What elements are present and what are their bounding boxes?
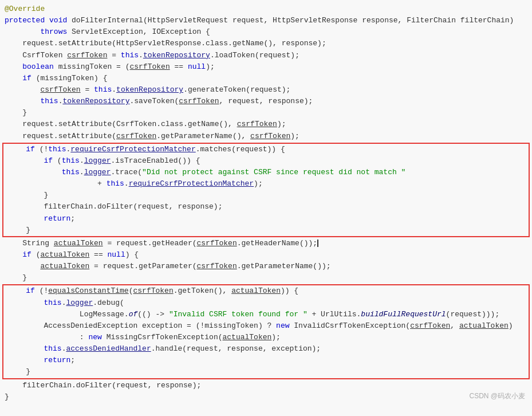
watermark: CSDN @码农小麦 (469, 391, 525, 402)
line-equals3: LogMessage.of(() -> "Invalid CSRF token … (3, 309, 529, 320)
line-1: request.setAttribute(HttpServletResponse… (0, 38, 532, 49)
line-equals8: } (3, 366, 529, 378)
line-if5: } (3, 190, 529, 201)
line-9: request.setAttribute(csrfToken.getParame… (0, 131, 532, 142)
line-3: boolean missingToken = (csrfToken == nul… (0, 61, 532, 73)
line-if7: return; (3, 213, 529, 225)
line-equals2: this.logger.debug( (3, 297, 529, 309)
line-6: this.tokenRepository.saveToken(csrfToken… (0, 96, 532, 107)
line-if-actual2: actualToken = request.getParameter(csrfT… (0, 261, 532, 272)
line-if1: if (!this.requireCsrfProtectionMatcher.m… (3, 144, 529, 155)
line-4: if (missingToken) { (0, 73, 532, 84)
line-if3: this.logger.trace("Did not protect again… (3, 167, 529, 178)
line-if-actual3: } (0, 272, 532, 284)
highlighted-block-2: if (!equalsConstantTime(csrfToken.getTok… (2, 284, 530, 379)
line-close: } (0, 391, 532, 403)
line-string: String actualToken = request.getHeader(c… (0, 238, 532, 249)
line-if4: + this.requireCsrfProtectionMatcher); (3, 178, 529, 190)
line-equals5: : new MissingCsrfTokenException(actualTo… (3, 332, 529, 343)
line-last: filterChain.doFilter(request, response); (0, 380, 532, 391)
code-container: @Override protected void doFilterInterna… (0, 0, 532, 406)
line-if8: } (3, 225, 529, 236)
line-8: request.setAttribute(CsrfToken.class.get… (0, 119, 532, 130)
line-equals1: if (!equalsConstantTime(csrfToken.getTok… (3, 285, 529, 297)
line-equals6: this.accessDeniedHandler.handle(request,… (3, 343, 529, 355)
line-if-actual1: if (actualToken == null) { (0, 249, 532, 261)
line-method-sig: protected void doFilterInternal(HttpServ… (0, 15, 532, 26)
highlighted-block-1: if (!this.requireCsrfProtectionMatcher.m… (2, 143, 530, 237)
line-throws: throws ServletException, IOException { (0, 26, 532, 38)
line-5: csrfToken = this.tokenRepository.generat… (0, 84, 532, 96)
line-7: } (0, 107, 532, 119)
line-equals7: return; (3, 355, 529, 366)
line-annotation: @Override (0, 3, 532, 15)
line-if6: filterChain.doFilter(request, response); (3, 201, 529, 213)
line-if2: if (this.logger.isTraceEnabled()) { (3, 155, 529, 167)
line-equals4: AccessDeniedException exception = (!miss… (3, 320, 529, 332)
line-2: CsrfToken csrfToken = this.tokenReposito… (0, 50, 532, 61)
